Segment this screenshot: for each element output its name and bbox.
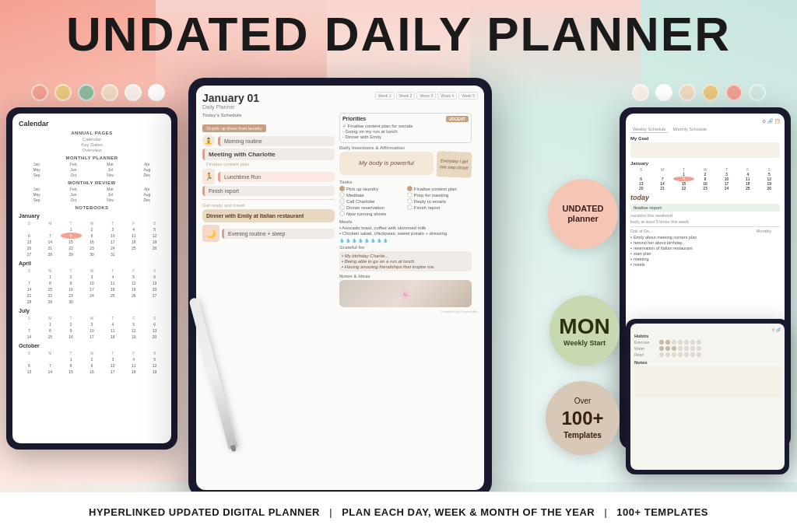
right-icon-1: ⚙ xyxy=(762,118,766,124)
habit-dot-17 xyxy=(672,352,676,357)
habit-dot-8 xyxy=(659,346,664,351)
footer-text-3: 100+ TEMPLATES xyxy=(616,506,708,518)
dinner-box: Dinner with Emily at Italian restaurant xyxy=(202,209,335,222)
tasks-label: Tasks xyxy=(339,180,472,184)
device-right-small-screen: ⚙ 🔗 Habits Exercise xyxy=(630,324,785,470)
week-tab-4[interactable]: Week 4 xyxy=(437,92,457,100)
small-habits-title: Habits xyxy=(634,334,781,338)
affirmation-row: My body is powerful Everyday I get one s… xyxy=(339,152,472,177)
small-icon-1: ⚙ xyxy=(771,327,774,332)
right-notes-headers: Dail of Do... Monthly xyxy=(630,226,780,233)
right-notes-col2: Monthly xyxy=(757,226,780,233)
monthly-planner-title: MONTHLY PLANNER xyxy=(19,156,165,160)
right-schedule-2: vacation this weekend xyxy=(630,213,780,218)
habit-dot-5 xyxy=(684,340,689,345)
task-r1: Finalise content plan xyxy=(407,186,472,191)
dot-3 xyxy=(78,84,95,101)
tasks-columns: Pick up laundry Meditate Call Charlotte … xyxy=(339,186,472,217)
grateful-2: • Being able to go on a run at lunch xyxy=(342,259,469,264)
affirmation-label: Daily Intentions & Affirmation xyxy=(339,145,472,150)
habit-row-1: Exercise xyxy=(634,340,781,345)
planner-date-section: January 01 Daily Planner xyxy=(202,92,259,110)
right-note-2: •remind her about birthday... xyxy=(630,240,780,245)
color-dots-right xyxy=(632,84,766,101)
right-tabs: Weekly Schedule Monthly Schedule xyxy=(630,126,780,133)
right-icon-row: ⚙ 🔗 📋 xyxy=(630,118,780,124)
planner-header: January 01 Daily Planner Week 1 Week 2 W… xyxy=(202,92,478,110)
task-3: Call Charlotte xyxy=(339,198,404,204)
notes-image: 🌸 xyxy=(339,280,472,307)
morning-routine-row: 🧘 Morning routine xyxy=(202,135,335,147)
right-cal-section: January SMTWTFS 12345 6789101112 1314151… xyxy=(630,161,780,191)
notes-label: Notes & Ideas xyxy=(339,274,472,278)
habit-dot-3 xyxy=(672,340,676,345)
week-tab-3[interactable]: Week 3 xyxy=(416,92,436,100)
task-2: Meditate xyxy=(339,192,404,198)
right-tab-monthly[interactable]: Monthly Schedule xyxy=(670,126,709,133)
week-tabs-container: Week 1 Week 2 Week 3 Week 4 Week 5 xyxy=(375,92,478,100)
lunchtime-row: 🏃 Lunchtime Run xyxy=(202,169,335,184)
habit-dot-13 xyxy=(690,346,695,351)
monthly-review-title: MONTHLY REVIEW xyxy=(19,180,165,185)
schedule-note: To pick up dress from laundry xyxy=(202,124,266,132)
habit-dot-11 xyxy=(678,346,683,351)
habit-dot-6 xyxy=(690,340,695,345)
device-left: Calendar ANNUAL PAGES Calendar Key Dates… xyxy=(6,107,177,450)
annual-link-overview: Overview xyxy=(82,148,101,152)
mini-cal-jul: July SMTWTFS 123456 78910111213 14151617… xyxy=(19,308,165,340)
habit-dot-16 xyxy=(665,352,670,357)
schedule-evening: Evening routine + sleep xyxy=(222,229,335,239)
dot-r5 xyxy=(725,84,743,101)
device-right-small: ⚙ 🔗 Habits Exercise xyxy=(626,319,789,474)
week-tab-2[interactable]: Week 2 xyxy=(396,92,416,100)
grateful-1: • My birthday Charlie... xyxy=(342,254,469,258)
priorities-box: Priorities URGENT ✓ Finalise content pla… xyxy=(339,113,472,143)
week-tab-1[interactable]: Week 1 xyxy=(375,92,395,100)
habit-row-2: Water xyxy=(634,346,781,351)
cal-grid-oct: SMTWTFS 12345 6789101112 13141516171819 xyxy=(19,350,165,375)
right-goal-box xyxy=(630,142,780,158)
meals-label: Meals xyxy=(339,219,472,224)
habit-label-2: Water xyxy=(634,346,658,351)
urgent-badge: URGENT xyxy=(446,116,469,122)
notebooks-title: NOTEBOOKS xyxy=(19,205,165,210)
right-goal-title: My Goal xyxy=(630,136,780,141)
right-note-5: •meeting xyxy=(630,257,780,261)
affirmation-text: My body is powerful xyxy=(359,159,414,167)
task-r4: Finish report xyxy=(407,205,472,210)
annual-links: Calendar Key Dates Overview xyxy=(19,137,165,152)
week-tab-5[interactable]: Week 5 xyxy=(458,92,478,100)
main-container: UNDATED DAILY PLANNER Calendar ANNUAL PA… xyxy=(0,0,797,532)
small-icon-2: 🔗 xyxy=(776,327,781,332)
schedule-morning: Morning routine xyxy=(218,136,335,146)
dot-r6 xyxy=(749,84,766,101)
footer-sep-2: | xyxy=(604,506,607,518)
cal-grid-jul: SMTWTFS 123456 78910111213 1415161718192… xyxy=(19,315,165,340)
right-cal-grid: SMTWTFS 12345 6789101112 13141516171819 … xyxy=(630,167,780,191)
right-cal-title: January xyxy=(630,161,780,166)
dot-r4 xyxy=(702,84,719,101)
right-notes-col1: Dail of Do... xyxy=(630,226,755,233)
dot-r2 xyxy=(655,84,672,101)
monthly-review-grid: JanFebMarApr MayJunJulAug SepOctNovDec xyxy=(19,187,165,202)
habit-dot-9 xyxy=(665,346,670,351)
right-today-label: today xyxy=(630,194,780,201)
badge-templates-number: 100+ xyxy=(561,406,603,430)
evening-illustration: 🌙 xyxy=(202,225,219,242)
annual-link-dates: Key Dates xyxy=(81,142,103,147)
habits-rows: Exercise Water xyxy=(634,340,781,358)
tasks-left: Pick up laundry Meditate Call Charlotte … xyxy=(339,186,404,217)
habit-row-3: Read xyxy=(634,352,781,357)
badge-templates-over: Over xyxy=(574,396,592,406)
dot-6 xyxy=(148,84,165,101)
right-tab-weekly[interactable]: Weekly Schedule xyxy=(630,126,668,133)
dot-1 xyxy=(31,84,48,101)
grateful-3: • Having amazing friendships that inspir… xyxy=(342,264,469,269)
device-left-screen: Calendar ANNUAL PAGES Calendar Key Dates… xyxy=(12,114,171,443)
meal-2: • Chicken salad, chickpeas, sweet potato… xyxy=(339,231,472,236)
small-device-content: ⚙ 🔗 Habits Exercise xyxy=(630,324,785,404)
affirmation-sticker: Everyday I get one step closer xyxy=(436,151,472,178)
left-device-title: Calendar xyxy=(19,120,165,128)
annual-section-title: ANNUAL PAGES xyxy=(19,131,165,135)
monthly-planner-grid: JanFebMarApr MayJunJulAug SepOctNovDec xyxy=(19,162,165,177)
